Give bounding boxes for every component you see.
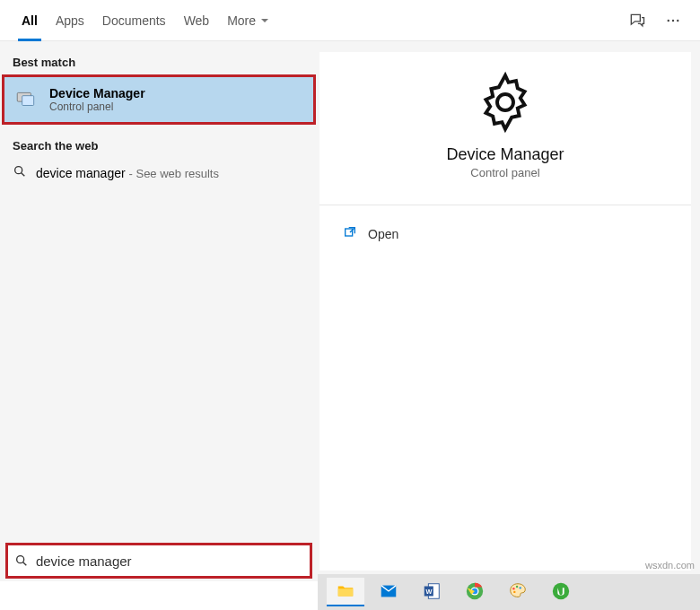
svg-point-1 bbox=[672, 19, 674, 21]
svg-point-7 bbox=[17, 556, 24, 563]
tab-documents[interactable]: Documents bbox=[93, 0, 175, 41]
best-match-result[interactable]: Device Manager Control panel bbox=[2, 74, 316, 125]
svg-text:W: W bbox=[426, 588, 433, 596]
search-tabs: All Apps Documents Web More bbox=[0, 0, 700, 41]
svg-point-0 bbox=[668, 19, 669, 21]
search-web-title: Search the web bbox=[0, 125, 318, 158]
watermark: wsxdn.com bbox=[645, 560, 695, 571]
tab-all[interactable]: All bbox=[13, 0, 47, 41]
svg-line-6 bbox=[22, 173, 25, 177]
svg-point-2 bbox=[677, 19, 678, 21]
chrome-icon[interactable] bbox=[456, 578, 494, 606]
web-search-result[interactable]: device manager - See web results bbox=[0, 158, 318, 187]
web-hint: - See web results bbox=[129, 167, 219, 180]
svg-rect-10 bbox=[346, 229, 353, 236]
tab-more[interactable]: More bbox=[218, 0, 277, 41]
search-input[interactable] bbox=[36, 552, 310, 571]
web-term: device manager bbox=[36, 166, 126, 180]
chevron-down-icon bbox=[261, 19, 268, 22]
taskbar: W bbox=[318, 574, 700, 610]
utorrent-icon[interactable] bbox=[542, 578, 580, 606]
svg-point-19 bbox=[516, 586, 518, 588]
results-pane: Best match Device Manager Control panel … bbox=[0, 41, 318, 581]
svg-point-18 bbox=[512, 588, 514, 589]
svg-line-8 bbox=[23, 562, 27, 566]
svg-point-22 bbox=[553, 583, 569, 599]
device-manager-icon bbox=[13, 87, 39, 112]
best-match-title: Best match bbox=[0, 41, 318, 74]
search-icon bbox=[13, 164, 27, 181]
feedback-icon[interactable] bbox=[619, 2, 655, 39]
preview-title: Device Manager bbox=[446, 145, 564, 164]
open-action[interactable]: Open bbox=[343, 220, 668, 248]
mail-icon[interactable] bbox=[370, 578, 407, 606]
tab-apps[interactable]: Apps bbox=[47, 0, 93, 41]
svg-point-21 bbox=[513, 591, 515, 593]
file-explorer-icon[interactable] bbox=[327, 578, 364, 606]
tab-more-label: More bbox=[227, 13, 256, 28]
search-icon bbox=[8, 553, 36, 568]
result-subtitle: Control panel bbox=[49, 100, 145, 113]
open-icon bbox=[343, 225, 357, 242]
svg-rect-4 bbox=[22, 96, 34, 106]
search-input-wrapper[interactable] bbox=[5, 543, 312, 579]
svg-point-5 bbox=[15, 167, 22, 174]
gear-icon bbox=[473, 70, 538, 135]
tab-web[interactable]: Web bbox=[175, 0, 219, 41]
preview-subtitle: Control panel bbox=[470, 166, 539, 179]
more-options-icon[interactable] bbox=[655, 2, 691, 39]
preview-pane: Device Manager Control panel Open bbox=[318, 41, 700, 581]
svg-point-20 bbox=[520, 587, 521, 588]
open-label: Open bbox=[368, 227, 398, 241]
result-title: Device Manager bbox=[49, 86, 145, 100]
svg-point-9 bbox=[497, 94, 513, 110]
word-icon[interactable]: W bbox=[413, 578, 451, 606]
paint-icon[interactable] bbox=[499, 578, 537, 606]
